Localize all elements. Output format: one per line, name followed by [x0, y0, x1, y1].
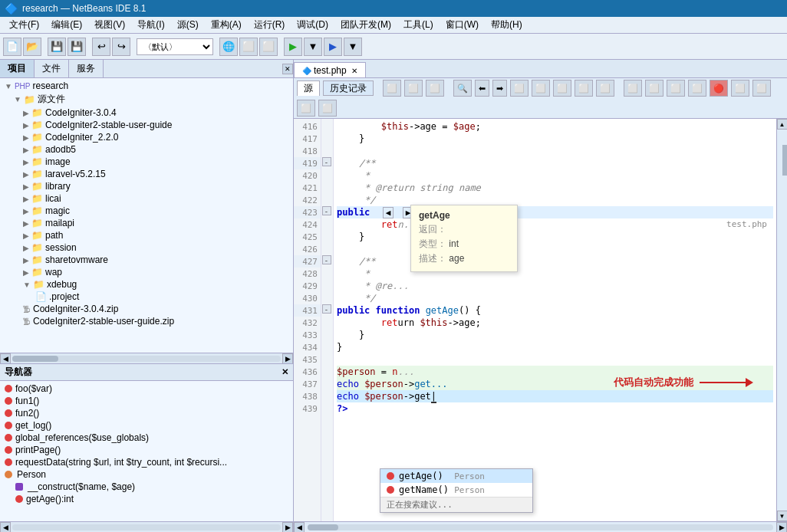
ed-btn-20[interactable]: ⬜	[318, 100, 337, 117]
menu-help[interactable]: 帮助(H)	[485, 17, 529, 33]
tab-test-php[interactable]: 🔷 test.php ✕	[294, 62, 366, 77]
history-btn[interactable]: 历史记录	[323, 80, 374, 96]
list-item[interactable]: ▶ 📁 wap	[2, 266, 291, 278]
list-item[interactable]: ▶ 📁 library	[2, 180, 291, 192]
menu-run[interactable]: 运行(R)	[248, 17, 291, 33]
menu-window[interactable]: 窗口(W)	[440, 17, 485, 33]
ed-btn-7[interactable]: ⬜	[510, 80, 529, 97]
list-item[interactable]: 🗜 CodeIgniter2-stable-user-guide.zip	[2, 315, 291, 327]
globe-btn[interactable]: 🌐	[219, 38, 238, 56]
list-item[interactable]: ▼ 📁 xdebug	[2, 278, 291, 291]
run-combo-btn[interactable]: ▼	[304, 38, 322, 56]
ed-btn-14[interactable]: ⬜	[667, 80, 685, 97]
list-item[interactable]: 📄 .project	[2, 291, 291, 303]
nav-item[interactable]: getAge():int	[2, 493, 291, 505]
vscroll-up-btn[interactable]: ▲	[777, 119, 788, 130]
nav-item[interactable]: foo($var)	[2, 383, 291, 395]
undo-btn[interactable]: ↩	[92, 38, 110, 56]
nav-item[interactable]: requestData(string $url, int $try_count,…	[2, 456, 291, 468]
ed-btn-2[interactable]: ⬜	[404, 80, 423, 97]
menu-tools[interactable]: 工具(L)	[397, 17, 440, 33]
ed-btn-15[interactable]: ⬜	[688, 80, 706, 97]
list-item[interactable]: ▶ 📁 CodeIgniter_2.2.0	[2, 131, 291, 143]
menu-navigate[interactable]: 导航(I)	[131, 17, 170, 33]
menu-debug[interactable]: 调试(D)	[291, 17, 334, 33]
nav-scroll-left-btn[interactable]: ◀	[0, 522, 11, 533]
project-tree[interactable]: ▼ PHP research ▼ 📁 源文件 ▶ 📁 CodeIgniter-3…	[0, 78, 293, 353]
list-item[interactable]: ▶ 📁 mailapi	[2, 217, 291, 229]
ed-btn-19[interactable]: ⬜	[297, 100, 315, 117]
code-line-438[interactable]: echo $person->get|	[337, 390, 773, 402]
ac-item-getage[interactable]: getAge() Person	[380, 469, 532, 483]
list-item[interactable]: 🗜 CodeIgniter-3.0.4.zip	[2, 303, 291, 315]
ed-btn-1[interactable]: ⬜	[383, 80, 401, 97]
list-item[interactable]: ▶ 📁 adodb5	[2, 143, 291, 156]
fold-btn[interactable]: -	[322, 304, 331, 314]
scroll-left-btn[interactable]: ◀	[0, 353, 11, 364]
menu-file[interactable]: 文件(F)	[3, 17, 45, 33]
save-all-btn[interactable]: 💾	[68, 38, 86, 56]
vscroll-down-btn[interactable]: ▼	[777, 511, 788, 521]
tooltip-nav-back[interactable]: ◀	[383, 207, 394, 218]
ac-item-getname[interactable]: getName() Person	[380, 483, 532, 497]
nav-item[interactable]: __construct($name, $age)	[2, 481, 291, 493]
ed-btn-13[interactable]: ⬜	[645, 80, 664, 97]
ed-btn-17[interactable]: ⬜	[731, 80, 749, 97]
toolbar-btn-2[interactable]: ⬜	[259, 38, 278, 56]
save-btn[interactable]: 💾	[48, 38, 66, 56]
menu-source[interactable]: 源(S)	[171, 17, 205, 33]
debug-combo-btn[interactable]: ▼	[344, 38, 362, 56]
ed-btn-6[interactable]: ➡	[492, 80, 507, 97]
ed-btn-3[interactable]: ⬜	[426, 80, 444, 97]
run-btn[interactable]: ▶	[284, 38, 302, 56]
hscroll-thumb[interactable]	[308, 524, 338, 530]
autocomplete-popup[interactable]: getAge() Person getName() Person 正在搜索建议.…	[380, 468, 533, 513]
list-item[interactable]: ▶ 📁 session	[2, 241, 291, 254]
editor-hscrollbar[interactable]: ◀ ▶	[294, 521, 787, 532]
list-item[interactable]: ▶ 📁 laravel-v5.2.15	[2, 168, 291, 180]
profile-combo[interactable]: 〈默认〉	[137, 38, 213, 55]
ed-btn-16[interactable]: 🔴	[710, 80, 728, 97]
redo-btn[interactable]: ↪	[112, 38, 130, 56]
hscroll-left-btn[interactable]: ◀	[294, 522, 305, 533]
list-item[interactable]: ▶ 📁 CodeIgniter-3.0.4	[2, 107, 291, 119]
fold-btn[interactable]: -	[322, 206, 331, 215]
navigator-close-btn[interactable]: ✕	[282, 367, 288, 377]
tree-root[interactable]: ▼ PHP research	[2, 80, 291, 92]
search-btn[interactable]: 🔍	[453, 80, 472, 97]
list-item[interactable]: ▶ 📁 path	[2, 229, 291, 241]
menu-view[interactable]: 视图(V)	[88, 17, 131, 33]
code-editor[interactable]: 416 417 418 419 420 421 422 423 424 425 …	[294, 119, 787, 521]
list-item[interactable]: ▶ 📁 magic	[2, 205, 291, 217]
source-view-btn[interactable]: 源	[297, 80, 320, 96]
ed-btn-18[interactable]: ⬜	[752, 80, 771, 97]
nav-item[interactable]: fun1()	[2, 395, 291, 407]
menu-team[interactable]: 团队开发(M)	[334, 17, 397, 33]
menu-edit[interactable]: 编辑(E)	[45, 17, 88, 33]
list-item[interactable]: ▶ 📁 licai	[2, 192, 291, 205]
new-file-btn[interactable]: 📄	[3, 38, 21, 56]
hscroll-track[interactable]	[308, 524, 773, 530]
open-btn[interactable]: 📂	[23, 38, 41, 56]
nav-item[interactable]: printPage()	[2, 444, 291, 456]
ed-btn-9[interactable]: ⬜	[553, 80, 571, 97]
menu-refactor[interactable]: 重构(A)	[205, 17, 248, 33]
fold-btn[interactable]: -	[322, 157, 331, 166]
navigator-list[interactable]: foo($var) fun1() fun2() get_log() global…	[0, 381, 293, 521]
list-item[interactable]: ▶ 📁 sharetovmware	[2, 254, 291, 266]
toolbar-btn-1[interactable]: ⬜	[239, 38, 258, 56]
left-panel-close-btn[interactable]: ✕	[282, 64, 293, 74]
list-item[interactable]: ▶ 📁 CodeIgniter2-stable-user-guide	[2, 119, 291, 131]
tab-files[interactable]: 文件	[35, 60, 69, 77]
nav-scroll-right-btn[interactable]: ▶	[282, 522, 293, 533]
code-text[interactable]: $this->age = $age; } /** * * @return str…	[334, 119, 776, 521]
hscroll-right-btn[interactable]: ▶	[776, 522, 787, 533]
ed-btn-11[interactable]: ⬜	[596, 80, 614, 97]
ed-btn-12[interactable]: ⬜	[624, 80, 642, 97]
scroll-right-btn[interactable]: ▶	[282, 353, 293, 364]
ed-btn-5[interactable]: ⬅	[475, 80, 489, 97]
editor-vscrollbar[interactable]: ▲ ▼	[776, 119, 787, 521]
fold-btn[interactable]: -	[322, 255, 331, 264]
nav-item[interactable]: fun2()	[2, 407, 291, 419]
tree-sources[interactable]: ▼ 📁 源文件	[2, 92, 291, 107]
